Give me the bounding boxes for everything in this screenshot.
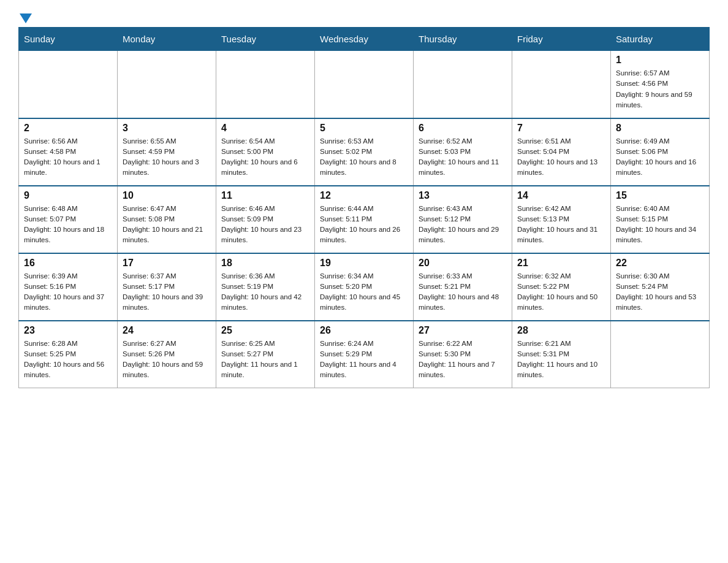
- day-info: Sunrise: 6:53 AMSunset: 5:02 PMDaylight:…: [320, 136, 408, 178]
- day-number: 24: [123, 325, 211, 336]
- calendar-header-thursday: Thursday: [414, 28, 512, 51]
- day-info: Sunrise: 6:51 AMSunset: 5:04 PMDaylight:…: [517, 136, 605, 178]
- calendar-cell: 27Sunrise: 6:22 AMSunset: 5:30 PMDayligh…: [414, 321, 512, 388]
- day-info: Sunrise: 6:43 AMSunset: 5:12 PMDaylight:…: [419, 204, 507, 246]
- day-info: Sunrise: 6:32 AMSunset: 5:22 PMDaylight:…: [517, 271, 605, 313]
- day-number: 26: [320, 325, 408, 336]
- calendar-cell: 3Sunrise: 6:55 AMSunset: 4:59 PMDaylight…: [118, 118, 216, 186]
- calendar-cell: [118, 51, 216, 118]
- calendar-week-row: 1Sunrise: 6:57 AMSunset: 4:56 PMDaylight…: [19, 51, 710, 118]
- calendar-cell: 8Sunrise: 6:49 AMSunset: 5:06 PMDaylight…: [611, 118, 710, 186]
- calendar-cell: 20Sunrise: 6:33 AMSunset: 5:21 PMDayligh…: [414, 253, 512, 321]
- day-info: Sunrise: 6:40 AMSunset: 5:15 PMDaylight:…: [616, 204, 704, 246]
- day-number: 19: [320, 258, 408, 269]
- day-number: 17: [123, 258, 211, 269]
- calendar-week-row: 23Sunrise: 6:28 AMSunset: 5:25 PMDayligh…: [19, 321, 710, 388]
- day-info: Sunrise: 6:21 AMSunset: 5:31 PMDaylight:…: [517, 339, 605, 381]
- day-info: Sunrise: 6:57 AMSunset: 4:56 PMDaylight:…: [616, 68, 704, 110]
- day-info: Sunrise: 6:44 AMSunset: 5:11 PMDaylight:…: [320, 204, 408, 246]
- calendar-cell: 25Sunrise: 6:25 AMSunset: 5:27 PMDayligh…: [216, 321, 315, 388]
- page-header: [18, 12, 710, 21]
- calendar-cell: [512, 51, 611, 118]
- calendar-cell: [216, 51, 315, 118]
- day-number: 22: [616, 258, 704, 269]
- calendar-cell: 1Sunrise: 6:57 AMSunset: 4:56 PMDaylight…: [611, 51, 710, 118]
- calendar-cell: 22Sunrise: 6:30 AMSunset: 5:24 PMDayligh…: [611, 253, 710, 321]
- calendar-cell: 11Sunrise: 6:46 AMSunset: 5:09 PMDayligh…: [216, 186, 315, 253]
- calendar-header-saturday: Saturday: [611, 28, 710, 51]
- logo: [18, 12, 33, 21]
- calendar-cell: 21Sunrise: 6:32 AMSunset: 5:22 PMDayligh…: [512, 253, 611, 321]
- calendar-header-tuesday: Tuesday: [216, 28, 315, 51]
- calendar-cell: 12Sunrise: 6:44 AMSunset: 5:11 PMDayligh…: [315, 186, 414, 253]
- calendar-cell: 9Sunrise: 6:48 AMSunset: 5:07 PMDaylight…: [19, 186, 118, 253]
- day-info: Sunrise: 6:34 AMSunset: 5:20 PMDaylight:…: [320, 271, 408, 313]
- calendar-cell: 17Sunrise: 6:37 AMSunset: 5:17 PMDayligh…: [118, 253, 216, 321]
- day-number: 14: [517, 190, 605, 201]
- day-number: 5: [320, 123, 408, 134]
- calendar-header-wednesday: Wednesday: [315, 28, 414, 51]
- day-number: 4: [221, 123, 309, 134]
- day-number: 10: [123, 190, 211, 201]
- day-info: Sunrise: 6:36 AMSunset: 5:19 PMDaylight:…: [221, 271, 309, 313]
- calendar-cell: 4Sunrise: 6:54 AMSunset: 5:00 PMDaylight…: [216, 118, 315, 186]
- day-info: Sunrise: 6:33 AMSunset: 5:21 PMDaylight:…: [419, 271, 507, 313]
- day-info: Sunrise: 6:49 AMSunset: 5:06 PMDaylight:…: [616, 136, 704, 178]
- calendar-cell: 15Sunrise: 6:40 AMSunset: 5:15 PMDayligh…: [611, 186, 710, 253]
- day-info: Sunrise: 6:56 AMSunset: 4:58 PMDaylight:…: [24, 136, 112, 178]
- day-info: Sunrise: 6:30 AMSunset: 5:24 PMDaylight:…: [616, 271, 704, 313]
- logo-triangle-icon: [20, 13, 32, 23]
- day-number: 9: [24, 190, 112, 201]
- day-info: Sunrise: 6:22 AMSunset: 5:30 PMDaylight:…: [419, 339, 507, 381]
- calendar-header-friday: Friday: [512, 28, 611, 51]
- calendar-week-row: 2Sunrise: 6:56 AMSunset: 4:58 PMDaylight…: [19, 118, 710, 186]
- day-number: 2: [24, 123, 112, 134]
- day-info: Sunrise: 6:46 AMSunset: 5:09 PMDaylight:…: [221, 204, 309, 246]
- day-info: Sunrise: 6:48 AMSunset: 5:07 PMDaylight:…: [24, 204, 112, 246]
- calendar-cell: [19, 51, 118, 118]
- calendar-cell: 23Sunrise: 6:28 AMSunset: 5:25 PMDayligh…: [19, 321, 118, 388]
- calendar-header-sunday: Sunday: [19, 28, 118, 51]
- day-info: Sunrise: 6:28 AMSunset: 5:25 PMDaylight:…: [24, 339, 112, 381]
- calendar-cell: [315, 51, 414, 118]
- calendar-cell: 26Sunrise: 6:24 AMSunset: 5:29 PMDayligh…: [315, 321, 414, 388]
- day-info: Sunrise: 6:25 AMSunset: 5:27 PMDaylight:…: [221, 339, 309, 381]
- day-number: 18: [221, 258, 309, 269]
- day-number: 3: [123, 123, 211, 134]
- calendar-cell: 7Sunrise: 6:51 AMSunset: 5:04 PMDaylight…: [512, 118, 611, 186]
- calendar-cell: 24Sunrise: 6:27 AMSunset: 5:26 PMDayligh…: [118, 321, 216, 388]
- day-number: 20: [419, 258, 507, 269]
- calendar-cell: 28Sunrise: 6:21 AMSunset: 5:31 PMDayligh…: [512, 321, 611, 388]
- calendar-cell: 10Sunrise: 6:47 AMSunset: 5:08 PMDayligh…: [118, 186, 216, 253]
- day-info: Sunrise: 6:54 AMSunset: 5:00 PMDaylight:…: [221, 136, 309, 178]
- day-number: 16: [24, 258, 112, 269]
- day-info: Sunrise: 6:52 AMSunset: 5:03 PMDaylight:…: [419, 136, 507, 178]
- day-number: 11: [221, 190, 309, 201]
- day-info: Sunrise: 6:37 AMSunset: 5:17 PMDaylight:…: [123, 271, 211, 313]
- day-number: 25: [221, 325, 309, 336]
- calendar-week-row: 16Sunrise: 6:39 AMSunset: 5:16 PMDayligh…: [19, 253, 710, 321]
- day-info: Sunrise: 6:39 AMSunset: 5:16 PMDaylight:…: [24, 271, 112, 313]
- calendar-cell: 6Sunrise: 6:52 AMSunset: 5:03 PMDaylight…: [414, 118, 512, 186]
- day-info: Sunrise: 6:47 AMSunset: 5:08 PMDaylight:…: [123, 204, 211, 246]
- day-number: 23: [24, 325, 112, 336]
- day-number: 12: [320, 190, 408, 201]
- day-number: 21: [517, 258, 605, 269]
- day-info: Sunrise: 6:27 AMSunset: 5:26 PMDaylight:…: [123, 339, 211, 381]
- calendar-cell: 5Sunrise: 6:53 AMSunset: 5:02 PMDaylight…: [315, 118, 414, 186]
- calendar-cell: 13Sunrise: 6:43 AMSunset: 5:12 PMDayligh…: [414, 186, 512, 253]
- calendar-cell: 14Sunrise: 6:42 AMSunset: 5:13 PMDayligh…: [512, 186, 611, 253]
- calendar-cell: [611, 321, 710, 388]
- calendar-cell: 19Sunrise: 6:34 AMSunset: 5:20 PMDayligh…: [315, 253, 414, 321]
- day-info: Sunrise: 6:42 AMSunset: 5:13 PMDaylight:…: [517, 204, 605, 246]
- day-info: Sunrise: 6:24 AMSunset: 5:29 PMDaylight:…: [320, 339, 408, 381]
- day-number: 13: [419, 190, 507, 201]
- calendar-week-row: 9Sunrise: 6:48 AMSunset: 5:07 PMDaylight…: [19, 186, 710, 253]
- calendar-cell: 18Sunrise: 6:36 AMSunset: 5:19 PMDayligh…: [216, 253, 315, 321]
- day-number: 1: [616, 55, 704, 66]
- calendar-cell: 2Sunrise: 6:56 AMSunset: 4:58 PMDaylight…: [19, 118, 118, 186]
- calendar-table: SundayMondayTuesdayWednesdayThursdayFrid…: [18, 27, 710, 388]
- calendar-cell: 16Sunrise: 6:39 AMSunset: 5:16 PMDayligh…: [19, 253, 118, 321]
- day-number: 6: [419, 123, 507, 134]
- calendar-header-monday: Monday: [118, 28, 216, 51]
